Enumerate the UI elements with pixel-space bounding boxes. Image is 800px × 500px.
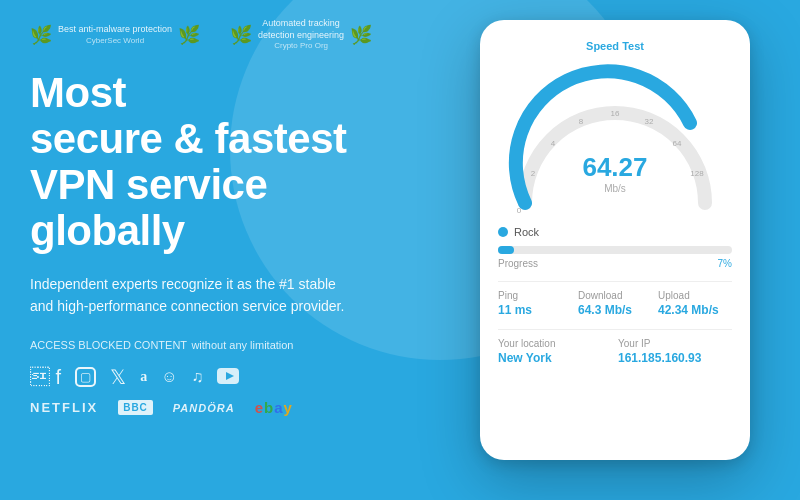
award-item-1: 🌿 Best anti-malware protection CyberSec … — [30, 18, 200, 52]
svg-text:128: 128 — [690, 169, 704, 178]
leaf-right-icon-1: 🌿 — [178, 24, 200, 46]
stat-upload-label: Upload — [658, 290, 732, 301]
status-row: Rock — [498, 226, 732, 238]
stat-download-value: 64.3 Mb/s — [578, 303, 652, 317]
divider-1 — [498, 281, 732, 282]
progress-bar-bg — [498, 246, 732, 254]
left-panel: 🌿 Best anti-malware protection CyberSec … — [30, 0, 420, 500]
stat-download: Download 64.3 Mb/s — [578, 290, 652, 317]
ebay-logo: ebay — [255, 399, 293, 416]
ip-value: 161.185.160.93 — [618, 351, 732, 365]
stats-grid: Ping 11 ms Download 64.3 Mb/s Upload 42.… — [498, 290, 732, 317]
location-label: Your location — [498, 338, 612, 349]
divider-2 — [498, 329, 732, 330]
status-dot — [498, 227, 508, 237]
award-title-2: Automated trackingdetection engineering — [258, 18, 344, 41]
award-title-1: Best anti-malware protection — [58, 24, 172, 36]
award-text-1: Best anti-malware protection CyberSec Wo… — [58, 24, 172, 46]
ip-label: Your IP — [618, 338, 732, 349]
svg-text:16: 16 — [611, 109, 620, 118]
headline-line1: Most — [30, 70, 420, 116]
award-org-2: Crypto Pro Org — [258, 41, 344, 51]
svg-text:32: 32 — [645, 117, 654, 126]
svg-text:2: 2 — [531, 169, 536, 178]
amazon-icon[interactable]: a — [140, 369, 147, 385]
stat-ping-label: Ping — [498, 290, 572, 301]
social-row:  f ▢ 𝕏 a ☺ ♫ — [30, 365, 420, 389]
skype-icon[interactable]: ☺ — [161, 368, 177, 386]
stat-download-label: Download — [578, 290, 652, 301]
netflix-logo: NETFLIX — [30, 400, 98, 415]
svg-text:4: 4 — [551, 139, 556, 148]
svg-text:0: 0 — [517, 206, 522, 215]
stat-upload: Upload 42.34 Mb/s — [658, 290, 732, 317]
brands-row: NETFLIX BBC PANDÖRA ebay — [30, 399, 420, 416]
svg-text:8: 8 — [579, 117, 584, 126]
award-org-1: CyberSec World — [58, 36, 172, 46]
subtitle: Independent experts recognize it as the … — [30, 273, 350, 318]
headline: Most secure & fastest VPN service global… — [30, 70, 420, 255]
gauge-svg: 0 2 4 8 16 32 64 128 64.27 Mb/s — [505, 58, 725, 218]
facebook-icon[interactable]:  f — [30, 366, 61, 389]
svg-text:64.27: 64.27 — [582, 152, 647, 182]
instagram-icon[interactable]: ▢ — [75, 367, 96, 387]
location-grid: Your location New York Your IP 161.185.1… — [498, 338, 732, 365]
progress-section: Progress 7% — [498, 246, 732, 269]
leaf-right-icon-2: 🌿 — [350, 24, 372, 46]
award-item-2: 🌿 Automated trackingdetection engineerin… — [230, 18, 372, 52]
leaf-left-icon-1: 🌿 — [30, 24, 52, 46]
svg-text:64: 64 — [673, 139, 682, 148]
access-sublabel-text: without any limitation — [191, 339, 293, 351]
right-panel: Speed Test 0 2 4 8 16 32 64 128 64.27 — [480, 20, 770, 480]
gauge-container: 0 2 4 8 16 32 64 128 64.27 Mb/s — [505, 58, 725, 218]
location-value: New York — [498, 351, 612, 365]
progress-label: Progress — [498, 258, 538, 269]
status-text: Rock — [514, 226, 539, 238]
stat-ping-value: 11 ms — [498, 303, 572, 317]
progress-percent: 7% — [718, 258, 732, 269]
progress-labels: Progress 7% — [498, 258, 732, 269]
access-label: ACCESS BLOCKED CONTENT without any limit… — [30, 339, 420, 351]
location-item: Your location New York — [498, 338, 612, 365]
headline-line3: VPN service globally — [30, 162, 420, 254]
leaf-left-icon-2: 🌿 — [230, 24, 252, 46]
phone-mockup: Speed Test 0 2 4 8 16 32 64 128 64.27 — [480, 20, 750, 460]
stat-upload-value: 42.34 Mb/s — [658, 303, 732, 317]
bbc-logo: BBC — [118, 400, 153, 415]
progress-bar-fill — [498, 246, 514, 254]
pandora-logo: PANDÖRA — [173, 402, 235, 414]
award-text-2: Automated trackingdetection engineering … — [258, 18, 344, 52]
stat-ping: Ping 11 ms — [498, 290, 572, 317]
speed-test-label: Speed Test — [498, 40, 732, 52]
access-label-text: ACCESS BLOCKED CONTENT — [30, 339, 187, 351]
headline-line2: secure & fastest — [30, 116, 420, 162]
spotify-icon[interactable]: ♫ — [191, 368, 203, 386]
youtube-icon[interactable] — [217, 366, 239, 389]
awards-row: 🌿 Best anti-malware protection CyberSec … — [30, 18, 420, 52]
svg-text:Mb/s: Mb/s — [604, 183, 626, 194]
ip-item: Your IP 161.185.160.93 — [618, 338, 732, 365]
twitter-icon[interactable]: 𝕏 — [110, 365, 126, 389]
